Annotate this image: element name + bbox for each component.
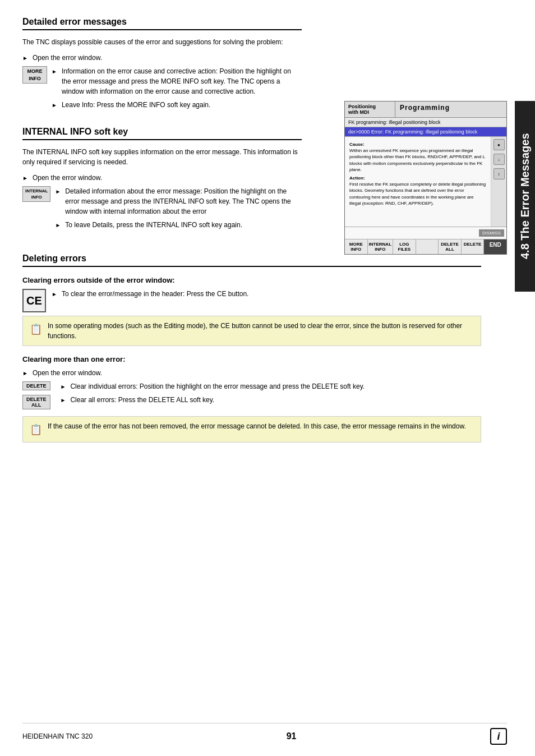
delete-step1-text: Clear individual errors: Position the hi… [70, 381, 365, 391]
internal-info-row: INTERNAL INFO ► Detailed information abo… [22, 186, 302, 233]
screenshot-cause: Cause: Within an unresolved FK sequence … [349, 141, 486, 173]
more-info-step1: ► Information on the error cause and cor… [52, 66, 302, 96]
note-box-1-text: In some operating modes (such as the Edi… [48, 321, 474, 341]
open-error-bullet-3: ► Open the error window. [22, 368, 481, 378]
page-footer: HEIDENHAIN TNC 320 91 i [22, 723, 507, 745]
internal-step2: ► To leave Details, press the INTERNAL I… [55, 220, 302, 230]
internal-info-steps: ► Detailed information about the error m… [55, 186, 302, 233]
delete-all-line2: ALL [31, 402, 41, 408]
bullet-arrow-6: ► [55, 221, 61, 229]
action-label: Action: [349, 175, 486, 181]
open-error-text-1: Open the error window. [33, 53, 102, 63]
internal-step2-text: To leave Details, press the INTERNAL INF… [65, 220, 242, 230]
more-info-button[interactable]: MORE INFO [22, 66, 47, 84]
internal-step1: ► Detailed information about the error m… [55, 186, 302, 216]
delete-all-button[interactable]: DELETE ALL [22, 395, 50, 409]
ce-bullet: CE ► To clear the error/message in the h… [22, 289, 481, 312]
open-error-text-2: Open the error window. [33, 173, 102, 183]
clearing-multiple-heading: Clearing more than one error: [22, 355, 481, 363]
note-box-2: 📋 If the cause of the error has not been… [22, 416, 481, 442]
softkey-delete[interactable]: DELETE [462, 239, 485, 254]
ce-step1-label: To clear the error/message in the header… [62, 289, 249, 299]
screenshot-footer: MOREINFO INTERNALINFO LOGFILES DELETEALL… [345, 239, 506, 254]
softkey-delete-all[interactable]: DELETEALL [439, 239, 462, 254]
main-content: Detailed error messages The TNC displays… [0, 0, 515, 466]
cause-text: Within an unresolved FK sequence you pro… [349, 148, 485, 172]
deleting-errors-heading: Deleting errors [22, 253, 481, 267]
softkey-log-files[interactable]: LOGFILES [393, 239, 416, 254]
more-info-steps: ► Information on the error cause and cor… [52, 66, 302, 113]
top-section: Detailed error messages The TNC displays… [22, 17, 481, 240]
delete-step1: ► Clear individual errors: Position the … [61, 381, 365, 391]
icon-btn-1[interactable]: ● [494, 139, 505, 150]
open-error-bullet-2: ► Open the error window. [22, 173, 302, 183]
bullet-arrow-8: ► [22, 369, 28, 377]
screenshot-right-icons: ● ↓ ↕ [491, 137, 506, 227]
bullet-arrow-10: ► [61, 396, 66, 404]
screenshot-highlight-bar: der>0000 Error: FK programming: Illegal … [345, 127, 506, 137]
clearing-outside-heading: Clearing errors outside of the error win… [22, 276, 481, 284]
bullet-arrow-5: ► [55, 187, 61, 196]
note-box-2-text: If the cause of the error has not been r… [48, 421, 466, 431]
page-number: 91 [287, 731, 297, 741]
screenshot-action: Action: First resolve the FK sequence co… [349, 175, 486, 206]
cause-label: Cause: [349, 141, 486, 147]
bullet-arrow-3: ► [52, 101, 57, 109]
screenshot-left-header: Positioningwith MDI [345, 102, 395, 117]
open-error-bullet-1: ► Open the error window. [22, 53, 302, 63]
internal-info-body: The INTERNAL INFO soft key supplies info… [22, 147, 302, 167]
icon-btn-3[interactable]: ↕ [494, 168, 505, 179]
detailed-errors-heading: Detailed error messages [22, 17, 302, 30]
internal-step1-text: Detailed information about the error mes… [65, 186, 302, 216]
softkey-internal-info[interactable]: INTERNALINFO [368, 239, 393, 254]
action-text: First resolve the FK sequence completely… [349, 182, 486, 206]
detailed-errors-body: The TNC displays possible causes of the … [22, 37, 302, 47]
sidebar-tab-label: 4.8 The Error Messages [518, 133, 532, 260]
screenshot-panel: Positioningwith MDI Programming FK progr… [313, 17, 481, 240]
bullet-arrow-4: ► [22, 174, 28, 182]
ce-label: CE [26, 292, 42, 309]
icon-btn-2[interactable]: ↓ [494, 154, 505, 165]
screenshot-left-header-text: Positioningwith MDI [348, 104, 376, 115]
screenshot-body: Cause: Within an unresolved FK sequence … [345, 137, 506, 227]
dismiss-button[interactable]: DISMISS [479, 229, 504, 237]
dismiss-area: DISMISS [345, 227, 506, 239]
page-wrapper: 4.8 The Error Messages Detailed error me… [0, 0, 535, 756]
open-error-text-3: Open the error window. [33, 368, 102, 378]
bullet-arrow-2: ► [52, 67, 57, 76]
info-badge: i [490, 728, 507, 745]
more-info-row: MORE INFO ► Information on the error cau… [22, 66, 302, 113]
delete-steps: ► Clear individual errors: Position the … [61, 381, 365, 408]
softkey-more-info[interactable]: MOREINFO [345, 239, 368, 254]
internal-info-button[interactable]: INTERNAL INFO [22, 186, 50, 202]
softkey-end[interactable]: END [484, 239, 506, 254]
screenshot-subheader: FK programming: Illegal positioning bloc… [345, 118, 506, 127]
info-icon: i [497, 731, 500, 743]
footer-brand: HEIDENHAIN TNC 320 [22, 732, 93, 740]
delete-step2-text: Clear all errors: Press the DELETE ALL s… [70, 395, 214, 405]
delete-row: DELETE DELETE ALL ► Clear individual err… [22, 381, 481, 409]
delete-button[interactable]: DELETE [22, 381, 50, 390]
bullet-arrow-1: ► [22, 54, 28, 62]
top-left: Detailed error messages The TNC displays… [22, 17, 302, 240]
more-info-step2-text: Leave Info: Press the MORE INFO soft key… [62, 100, 210, 110]
screenshot-right-header-text: Programming [400, 104, 450, 112]
more-info-step1-text: Information on the error cause and corre… [62, 66, 302, 96]
note-icon-2: 📋 [30, 422, 42, 437]
screenshot-header: Positioningwith MDI Programming [345, 102, 506, 118]
screenshot-right-header: Programming [395, 102, 454, 117]
note-box-1: 📋 In some operating modes (such as the E… [22, 316, 481, 346]
sidebar-tab: 4.8 The Error Messages [515, 101, 535, 292]
ce-step1: ► To clear the error/message in the head… [52, 289, 248, 299]
delete-buttons-col: DELETE DELETE ALL [22, 381, 55, 409]
delete-step2: ► Clear all errors: Press the DELETE ALL… [61, 395, 365, 405]
screenshot-main-text: Cause: Within an unresolved FK sequence … [345, 137, 491, 227]
more-info-step2: ► Leave Info: Press the MORE INFO soft k… [52, 100, 302, 110]
delete-all-line1: DELETE [26, 397, 47, 402]
bullet-arrow-9: ► [61, 382, 66, 391]
note-icon-1: 📋 [30, 322, 42, 337]
delete-label: DELETE [26, 383, 47, 389]
ce-step1-text: ► To clear the error/message in the head… [52, 289, 248, 302]
ce-button[interactable]: CE [22, 289, 46, 312]
screenshot-box: Positioningwith MDI Programming FK progr… [344, 101, 507, 255]
